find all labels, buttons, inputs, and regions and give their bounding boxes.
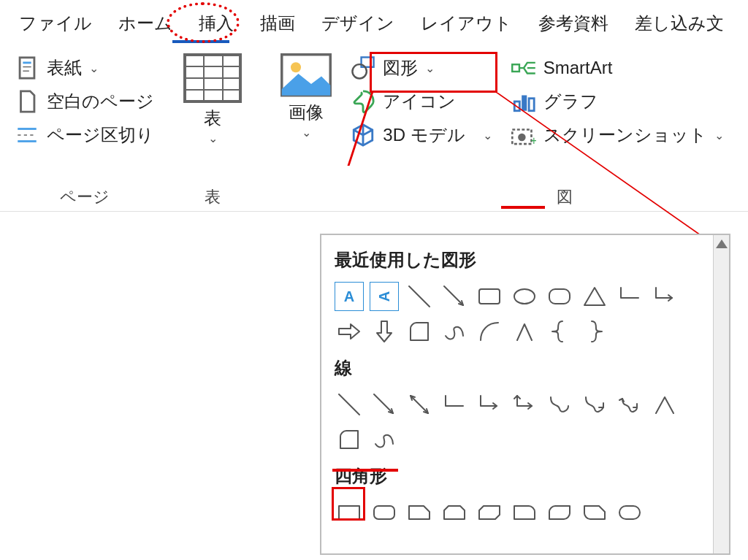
shape-elbow-arrow[interactable] (475, 390, 504, 419)
tab-layout[interactable]: レイアウト (408, 4, 525, 42)
group-pages: 表紙 ⌄ 空白のページ ページ区切り ページ (0, 47, 169, 211)
blank-page-icon (15, 89, 39, 114)
table-icon (183, 51, 242, 105)
shape-l-connector[interactable] (615, 282, 644, 311)
shape-oval[interactable] (510, 282, 539, 311)
screenshot-button[interactable]: + スクリーンショット ⌄ (511, 123, 724, 147)
tab-home[interactable]: ホーム (105, 4, 186, 42)
svg-rect-17 (512, 64, 519, 72)
shape-curve-double[interactable] (615, 390, 644, 419)
smartart-label: SmartArt (543, 58, 613, 78)
shape-right-brace[interactable] (580, 317, 609, 346)
chart-label: グラフ (543, 90, 598, 113)
group-illustrations: 画像 ⌄ 図形 ⌄ アイコン (256, 47, 748, 211)
tab-mailings[interactable]: 差し込み文 (622, 4, 737, 42)
shape-rect-round1[interactable] (510, 498, 539, 527)
chevron-down-icon: ⌄ (483, 129, 492, 142)
tab-design[interactable]: デザイン (308, 4, 408, 42)
shape-curve[interactable] (545, 390, 574, 419)
shape-arrow-down[interactable] (370, 317, 399, 346)
tab-insert[interactable]: 挿入 (186, 4, 247, 42)
shape-line-double-arrow[interactable] (405, 390, 434, 419)
chart-icon (511, 89, 536, 114)
tab-draw[interactable]: 描画 (247, 4, 308, 42)
pictures-label: 画像 (289, 101, 324, 124)
svg-point-16 (353, 64, 367, 78)
shape-elbow[interactable] (440, 390, 469, 419)
svg-text:+: + (530, 134, 536, 145)
chart-button[interactable]: グラフ (511, 89, 724, 114)
table-label: 表 (204, 107, 221, 130)
shape-rectangle[interactable] (475, 282, 504, 311)
pictures-button[interactable]: 画像 ⌄ (280, 51, 332, 139)
svg-point-14 (291, 63, 301, 73)
shape-arc[interactable] (475, 317, 504, 346)
shape-triangle[interactable] (580, 282, 609, 311)
shape-line-arrow[interactable] (370, 390, 399, 419)
picture-icon (280, 51, 332, 99)
shape-rounded-rect[interactable] (545, 282, 574, 311)
shape-rect-snip1[interactable] (405, 498, 434, 527)
shapes-icon (351, 55, 375, 80)
shape-caret[interactable] (510, 317, 539, 346)
shape-line[interactable] (405, 282, 434, 311)
shape-rect-round2[interactable] (545, 498, 574, 527)
svg-rect-26 (479, 289, 500, 304)
3d-models-label: 3D モデル (383, 123, 465, 147)
sticker-icon (351, 89, 375, 114)
category-rects: 四角形 (335, 464, 704, 488)
page-break-button[interactable]: ページ区切り (15, 123, 154, 147)
page-break-label: ページ区切り (47, 123, 154, 147)
shapes-button[interactable]: 図形 ⌄ (351, 55, 492, 80)
shape-elbow-double[interactable] (510, 390, 539, 419)
page-break-icon (15, 123, 39, 147)
dropdown-scrollbar[interactable] (713, 235, 729, 553)
icons-label: アイコン (383, 90, 456, 113)
svg-rect-33 (374, 506, 394, 519)
shape-freeform[interactable] (370, 425, 399, 454)
svg-line-29 (339, 394, 359, 415)
shape-rect-snip-diag[interactable] (475, 498, 504, 527)
svg-rect-34 (619, 506, 640, 519)
table-button[interactable]: 表 ⌄ (183, 51, 242, 145)
group-tables-label: 表 (205, 186, 221, 208)
shape-arrow-right[interactable] (335, 317, 364, 346)
group-illustrations-label: 図 (557, 186, 573, 208)
shape-textbox-h[interactable]: A (335, 282, 364, 311)
screenshot-label: スクリーンショット (543, 123, 707, 147)
shape-l-connector-arrow[interactable] (650, 282, 679, 311)
shape-rect-snip-round[interactable] (580, 498, 609, 527)
shape-arc-line[interactable] (650, 390, 679, 419)
shape-scribble[interactable] (440, 317, 469, 346)
blank-page-button[interactable]: 空白のページ (15, 89, 154, 114)
tab-references[interactable]: 参考資料 (525, 4, 622, 42)
category-recent: 最近使用した図形 (335, 248, 704, 272)
shape-rect-all-round[interactable] (615, 498, 644, 527)
icons-button[interactable]: アイコン (351, 89, 492, 114)
rects-title-highlight (332, 469, 398, 472)
chevron-down-icon: ⌄ (302, 126, 311, 139)
svg-rect-18 (514, 101, 519, 111)
svg-rect-0 (20, 58, 34, 78)
smartart-icon (511, 55, 536, 80)
shape-line[interactable] (335, 390, 364, 419)
shape-freeform-rect[interactable] (335, 425, 364, 454)
svg-point-22 (518, 133, 525, 140)
shape-rect-snip2[interactable] (440, 498, 469, 527)
shapes-label: 図形 (383, 56, 418, 80)
chevron-down-icon: ⌄ (89, 61, 99, 75)
shape-rect-round[interactable] (370, 498, 399, 527)
shape-corner-rect[interactable] (405, 317, 434, 346)
shape-curve-arrow[interactable] (580, 390, 609, 419)
chevron-down-icon: ⌄ (714, 129, 724, 142)
svg-line-25 (444, 286, 463, 305)
group-tables: 表 ⌄ 表 (169, 47, 256, 211)
cover-page-button[interactable]: 表紙 ⌄ (15, 55, 154, 80)
smartart-button[interactable]: SmartArt (511, 55, 724, 80)
3d-models-button[interactable]: 3D モデル ⌄ (351, 123, 492, 147)
tab-file[interactable]: ファイル (6, 4, 105, 42)
shape-textbox-v[interactable]: A (370, 282, 399, 311)
shape-arrow-line[interactable] (440, 282, 469, 311)
svg-line-24 (409, 286, 430, 307)
shape-left-brace[interactable] (545, 317, 574, 346)
